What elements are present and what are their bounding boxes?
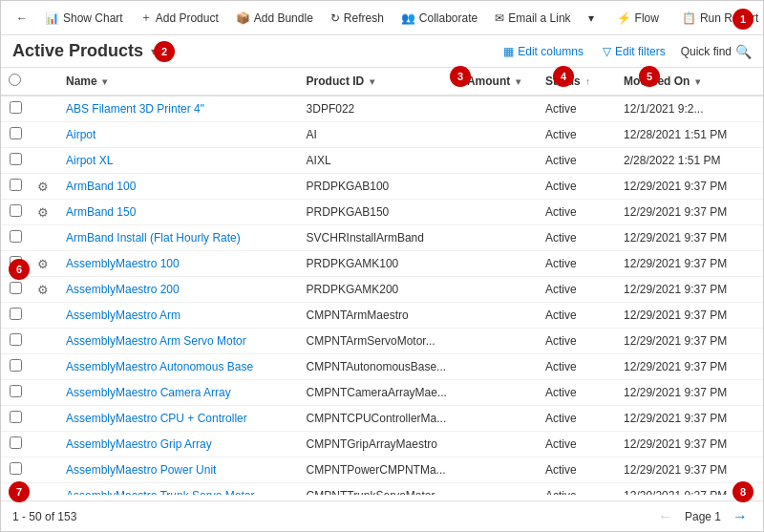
table-row: AssemblyMaestro Trunk Servo MotorCMPNTTr… [1,483,763,496]
row-checkbox[interactable] [10,282,22,294]
row-checkbox-cell[interactable] [1,148,30,174]
row-checkbox[interactable] [10,308,22,320]
select-all-header[interactable] [1,68,30,96]
row-name-cell[interactable]: AssemblyMaestro Power Unit [58,458,299,483]
add-product-button[interactable]: ＋ Add Product [133,6,226,30]
product-name-link[interactable]: AssemblyMaestro Trunk Servo Motor [66,489,254,495]
run-report-button[interactable]: 📋 Run Report [674,8,764,29]
row-name-cell[interactable]: AssemblyMaestro Arm Servo Motor [58,329,299,354]
row-checkbox-cell[interactable] [1,458,30,483]
product-name-link[interactable]: AssemblyMaestro Arm [66,309,180,322]
row-name-cell[interactable]: AssemblyMaestro Trunk Servo Motor [58,483,299,496]
row-checkbox[interactable] [10,101,22,114]
add-bundle-button[interactable]: 📦 Add Bundle [228,8,321,29]
back-button[interactable]: ← [9,8,35,29]
row-checkbox[interactable] [10,385,22,397]
row-checkbox-cell[interactable] [1,329,30,354]
row-checkbox-cell[interactable] [1,251,30,277]
row-name-cell[interactable]: ArmBand Install (Flat Hourly Rate) [58,225,299,251]
name-header[interactable]: Name ▾ [58,68,299,96]
row-name-cell[interactable]: Airpot [58,122,299,148]
product-name-link[interactable]: AssemblyMaestro Autonomous Base [66,360,253,373]
next-page-button[interactable]: → [729,506,752,527]
row-checkbox-cell[interactable] [1,432,30,458]
row-checkbox-cell[interactable] [1,354,30,380]
product-name-link[interactable]: AssemblyMaestro Grip Array [66,437,212,451]
product-name-link[interactable]: ArmBand 100 [66,180,136,193]
edit-filters-button[interactable]: ▽ Edit filters [599,43,669,60]
product-name-link[interactable]: Airpot XL [66,154,113,167]
product-id-header[interactable]: Product ID ▾ [299,68,459,96]
table-row: ArmBand Install (Flat Hourly Rate)SVCHRI… [1,225,763,251]
product-name-link[interactable]: ABS Filament 3D Printer 4" [66,102,204,116]
row-checkbox-cell[interactable] [1,96,30,122]
amount-header[interactable]: Amount ▾ [459,68,538,96]
row-name-cell[interactable]: AssemblyMaestro 100 [58,251,299,277]
product-name-link[interactable]: ArmBand Install (Flat Hourly Rate) [66,231,241,245]
row-checkbox-cell[interactable] [1,122,30,148]
row-checkbox[interactable] [10,359,22,372]
row-checkbox-cell[interactable] [1,225,30,251]
row-status-cell: Active [538,354,616,380]
row-checkbox[interactable] [10,230,22,243]
kit-icon: ⚙ [37,283,49,297]
product-name-link[interactable]: AssemblyMaestro Arm Servo Motor [66,334,246,348]
chevron-more-button[interactable]: ▾ [581,8,602,29]
row-status-cell: Active [538,432,616,458]
prev-page-button[interactable]: ← [654,506,677,527]
row-checkbox[interactable] [10,333,22,346]
row-checkbox-cell[interactable] [1,483,30,496]
row-name-cell[interactable]: AssemblyMaestro Arm [58,303,299,329]
row-checkbox[interactable] [10,179,22,191]
row-checkbox-cell[interactable] [1,303,30,329]
email-link-button[interactable]: ✉ Email a Link [487,8,578,29]
row-name-cell[interactable]: AssemblyMaestro Grip Array [58,432,299,458]
row-status-cell: Active [538,122,616,148]
product-name-link[interactable]: Airpot [66,128,96,141]
row-name-cell[interactable]: ABS Filament 3D Printer 4" [58,96,299,122]
product-name-link[interactable]: AssemblyMaestro Power Unit [66,463,216,477]
product-name-link[interactable]: AssemblyMaestro CPU + Controller [66,412,247,425]
product-name-link[interactable]: AssemblyMaestro 200 [66,283,180,296]
select-all-radio[interactable] [9,74,21,86]
row-checkbox[interactable] [10,488,22,495]
refresh-button[interactable]: ↻ Refresh [323,8,392,29]
row-name-cell[interactable]: AssemblyMaestro CPU + Controller [58,406,299,432]
flow-button[interactable]: ⚡ Flow [609,8,667,29]
row-name-cell[interactable]: ArmBand 150 [58,200,299,225]
row-checkbox[interactable] [10,256,22,268]
row-amount-cell [459,251,538,277]
row-checkbox-cell[interactable] [1,406,30,432]
row-checkbox-cell[interactable] [1,277,30,303]
row-name-cell[interactable]: Airpot XL [58,148,299,174]
columns-icon: ▦ [503,45,514,58]
search-icon[interactable]: 🔍 [735,44,752,59]
row-name-cell[interactable]: AssemblyMaestro Autonomous Base [58,354,299,380]
row-checkbox[interactable] [10,127,22,139]
status-header[interactable]: Status ↑ [538,68,616,96]
product-name-link[interactable]: AssemblyMaestro 100 [66,257,180,270]
row-product-id-cell: AI [299,122,459,148]
row-checkbox[interactable] [10,153,22,165]
row-icon-cell [30,483,58,496]
modified-header[interactable]: Modified On ▾ [616,68,763,96]
table-row: AssemblyMaestro ArmCMPNTArmMaestroActive… [1,303,763,329]
row-checkbox-cell[interactable] [1,174,30,200]
row-modified-cell: 12/28/2021 1:51 PM [616,122,763,148]
view-chevron-icon[interactable]: ▾ [151,45,157,58]
row-name-cell[interactable]: AssemblyMaestro 200 [58,277,299,303]
product-name-link[interactable]: AssemblyMaestro Camera Array [66,386,231,399]
row-checkbox[interactable] [10,436,22,449]
product-name-link[interactable]: ArmBand 150 [66,205,136,219]
row-checkbox[interactable] [10,204,22,217]
edit-columns-button[interactable]: ▦ Edit columns [499,43,587,60]
row-name-cell[interactable]: ArmBand 100 [58,174,299,200]
show-chart-button[interactable]: 📊 Show Chart [37,8,131,29]
row-checkbox[interactable] [10,462,22,475]
row-name-cell[interactable]: AssemblyMaestro Camera Array [58,380,299,406]
row-checkbox-cell[interactable] [1,200,30,225]
row-checkbox-cell[interactable] [1,380,30,406]
row-checkbox[interactable] [10,411,22,423]
row-icon-cell [30,329,58,354]
collaborate-button[interactable]: 👥 Collaborate [393,8,485,29]
